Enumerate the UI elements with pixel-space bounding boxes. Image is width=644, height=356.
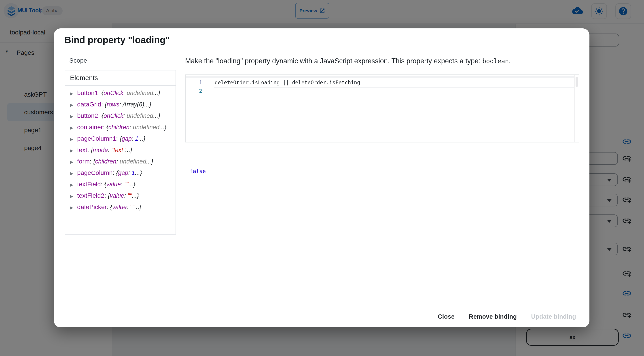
- expand-triangle-icon[interactable]: ▶: [70, 88, 77, 99]
- expand-triangle-icon[interactable]: ▶: [70, 145, 77, 156]
- tree-item-preview: {rows: Array(6)...}: [105, 101, 152, 108]
- tree-item-name: textField: [77, 181, 101, 188]
- expand-triangle-icon[interactable]: ▶: [70, 168, 77, 179]
- scope-tree-item-container[interactable]: ▶container: {children: undefined...}: [70, 122, 171, 133]
- scope-elements-panel: Elements ▶button1: {onClick: undefined..…: [65, 70, 176, 234]
- tree-item-name: text: [77, 146, 87, 154]
- scope-tree-item-datePicker[interactable]: ▶datePicker: {value: ""...}: [70, 202, 171, 213]
- expand-triangle-icon[interactable]: ▶: [70, 180, 77, 190]
- expand-triangle-icon[interactable]: ▶: [70, 122, 77, 133]
- bind-property-dialog: Bind property "loading" Scope Elements ▶…: [54, 28, 590, 328]
- expand-triangle-icon[interactable]: ▶: [70, 100, 77, 110]
- expand-triangle-icon[interactable]: ▶: [70, 191, 77, 202]
- tree-item-preview: {value: ""...}: [108, 192, 139, 199]
- tree-item-name: button1: [77, 90, 98, 96]
- dialog-actions: Close Remove binding Update binding: [432, 309, 582, 324]
- editor-code[interactable]: deleteOrder.isLoading || deleteOrder.isF…: [215, 78, 574, 95]
- tree-item-preview: {value: ""...}: [104, 181, 135, 188]
- remove-binding-button[interactable]: Remove binding: [463, 309, 522, 324]
- tree-item-name: form: [77, 158, 90, 165]
- editor-gutter: 12: [186, 78, 208, 95]
- scope-label: Scope: [69, 57, 87, 64]
- editor-scrollbar-thumb[interactable]: [576, 77, 578, 87]
- tree-item-preview: {children: undefined...}: [106, 124, 166, 130]
- scope-tree-item-pageColumn[interactable]: ▶pageColumn: {gap: 1...}: [70, 168, 171, 179]
- tree-item-preview: {children: undefined...}: [93, 158, 154, 165]
- editor-padding-strip: [186, 76, 574, 78]
- tree-item-preview: {gap: 1...}: [116, 170, 142, 176]
- expand-triangle-icon[interactable]: ▶: [70, 111, 77, 122]
- scope-tree: ▶button1: {onClick: undefined...}▶dataGr…: [65, 86, 176, 213]
- scope-tree-item-text[interactable]: ▶text: {mode: "text"...}: [70, 145, 171, 156]
- dialog-description: Make the "loading" property dynamic with…: [185, 57, 588, 66]
- tree-item-name: textField2: [77, 192, 104, 199]
- code-line: [215, 87, 574, 95]
- expected-type: boolean: [482, 58, 509, 65]
- scope-tree-item-pageColumn1[interactable]: ▶pageColumn1: {gap: 1...}: [70, 133, 171, 145]
- tree-item-preview: {value: ""...}: [110, 204, 141, 210]
- update-binding-button[interactable]: Update binding: [525, 309, 582, 324]
- expression-editor[interactable]: 12 deleteOrder.isLoading || deleteOrder.…: [185, 74, 579, 142]
- tree-item-name: pageColumn: [77, 169, 113, 176]
- close-button[interactable]: Close: [432, 309, 460, 324]
- tree-item-preview: {gap: 1...}: [120, 135, 146, 142]
- scope-tree-item-textField[interactable]: ▶textField: {value: ""...}: [70, 179, 171, 190]
- scope-tree-item-form[interactable]: ▶form: {children: undefined...}: [70, 156, 171, 168]
- line-number: 2: [186, 87, 208, 95]
- tree-item-name: datePicker: [77, 204, 107, 210]
- expand-triangle-icon[interactable]: ▶: [70, 202, 77, 213]
- tree-item-name: pageColumn1: [77, 135, 116, 142]
- code-line: deleteOrder.isLoading || deleteOrder.isF…: [215, 78, 574, 87]
- evaluated-result: false: [190, 168, 206, 174]
- expand-triangle-icon[interactable]: ▶: [70, 157, 77, 168]
- scope-tree-item-button2[interactable]: ▶button2: {onClick: undefined...}: [70, 110, 171, 122]
- elements-header: Elements: [65, 70, 176, 86]
- expand-triangle-icon[interactable]: ▶: [70, 134, 77, 145]
- tree-item-preview: {mode: "text"...}: [91, 147, 132, 154]
- editor-scrollbar-track[interactable]: [574, 75, 579, 142]
- scope-tree-item-textField2[interactable]: ▶textField2: {value: ""...}: [70, 190, 171, 202]
- tree-item-name: button2: [77, 112, 98, 119]
- tree-item-name: dataGrid: [77, 101, 101, 108]
- dialog-title: Bind property "loading": [64, 35, 170, 46]
- tree-item-preview: {onClick: undefined...}: [102, 112, 160, 119]
- scope-tree-item-button1[interactable]: ▶button1: {onClick: undefined...}: [70, 88, 171, 99]
- scope-tree-item-dataGrid[interactable]: ▶dataGrid: {rows: Array(6)...}: [70, 99, 171, 110]
- tree-item-preview: {onClick: undefined...}: [102, 90, 160, 96]
- tree-item-name: container: [77, 124, 103, 130]
- line-number: 1: [186, 78, 208, 87]
